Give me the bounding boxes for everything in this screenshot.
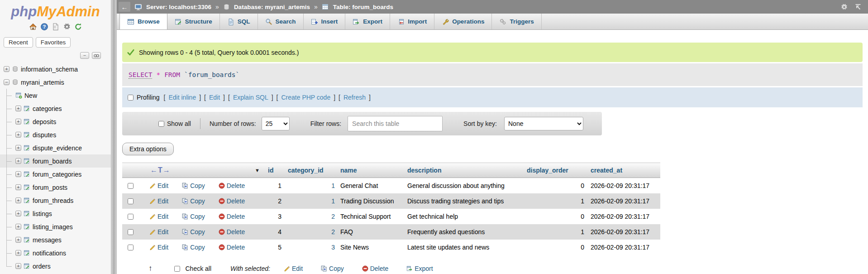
row-checkbox[interactable] xyxy=(128,198,134,204)
link-panel-icon[interactable] xyxy=(92,52,101,59)
sql-keyword-select[interactable]: SELECT xyxy=(129,71,152,79)
row-checkbox[interactable] xyxy=(128,214,134,220)
column-options-icon[interactable]: ▼ xyxy=(255,168,260,173)
edit-row-link[interactable]: Edit xyxy=(157,213,168,220)
expand-icon[interactable] xyxy=(15,158,21,164)
column-header-display-order[interactable]: display_order xyxy=(524,167,589,174)
tree-item-orders[interactable]: orders xyxy=(0,260,111,273)
cell-category-id[interactable]: 1 xyxy=(285,197,339,205)
tree-item-forum-threads[interactable]: forum_threads xyxy=(0,194,111,207)
delete-row-link[interactable]: Delete xyxy=(227,228,245,236)
tree-item-forum-boards[interactable]: forum_boards xyxy=(0,154,111,168)
explain-sql-link[interactable]: Explain SQL xyxy=(233,94,268,101)
tab-sql[interactable]: SQL xyxy=(220,14,258,29)
tab-triggers[interactable]: Triggers xyxy=(492,14,541,29)
favorites-tab[interactable]: Favorites xyxy=(36,37,71,48)
tree-item-information-schema[interactable]: information_schema xyxy=(0,62,111,76)
column-move-icon[interactable]: ←T→ xyxy=(150,166,171,174)
cell-category-id[interactable]: 3 xyxy=(285,244,339,251)
tree-item-listings[interactable]: listings xyxy=(0,207,111,220)
scroll-up-icon[interactable]: ↑ xyxy=(148,264,153,273)
tree-item-myrani-artemis[interactable]: myrani_artemis xyxy=(0,76,111,89)
show-all-label[interactable]: Show all xyxy=(167,120,191,127)
home-icon[interactable] xyxy=(29,23,37,31)
doc-icon[interactable] xyxy=(52,23,60,31)
tab-search[interactable]: Search xyxy=(258,14,304,29)
row-checkbox[interactable] xyxy=(128,183,134,189)
row-checkbox[interactable] xyxy=(128,245,134,250)
collapse-panel-icon[interactable] xyxy=(80,52,89,59)
sort-by-key-select[interactable]: None xyxy=(504,117,583,130)
tab-insert[interactable]: Insert xyxy=(304,14,346,29)
profiling-checkbox[interactable] xyxy=(128,95,134,101)
copy-row-link[interactable]: Copy xyxy=(190,244,205,251)
edit-row-link[interactable]: Edit xyxy=(157,197,168,205)
tab-browse[interactable]: Browse xyxy=(119,14,167,29)
copy-row-link[interactable]: Copy xyxy=(190,228,205,236)
row-checkbox[interactable] xyxy=(128,229,134,235)
number-of-rows-select[interactable]: 25 xyxy=(262,117,290,130)
recent-tab[interactable]: Recent xyxy=(4,37,33,48)
tab-structure[interactable]: Structure xyxy=(167,14,220,29)
expand-icon[interactable] xyxy=(15,132,21,138)
tree-item-categories[interactable]: categories xyxy=(0,102,111,115)
column-header-created-at[interactable]: created_at xyxy=(589,167,660,174)
tree-item-dispute-evidence[interactable]: dispute_evidence xyxy=(0,141,111,154)
delete-row-link[interactable]: Delete xyxy=(227,182,245,189)
help-icon[interactable]: ? xyxy=(40,23,48,31)
hide-navigation-button[interactable]: ← xyxy=(119,2,130,12)
page-settings-gear-icon[interactable] xyxy=(840,3,848,11)
phpmyadmin-logo[interactable]: phpMyAdmin xyxy=(0,0,111,20)
expand-icon[interactable] xyxy=(15,237,21,243)
cell-category-id[interactable]: 2 xyxy=(285,228,339,236)
expand-icon[interactable] xyxy=(15,263,21,269)
delete-row-link[interactable]: Delete xyxy=(227,197,245,205)
expand-icon[interactable] xyxy=(15,211,21,216)
delete-row-link[interactable]: Delete xyxy=(227,213,245,220)
breadcrumb-database[interactable]: Database: myrani_artemis xyxy=(234,4,310,10)
edit-link[interactable]: Edit xyxy=(209,94,220,101)
tree-item-forum-posts[interactable]: forum_posts xyxy=(0,181,111,194)
table-search-input[interactable] xyxy=(348,116,443,131)
edit-row-link[interactable]: Edit xyxy=(157,228,168,236)
sidebar-splitter[interactable] xyxy=(111,0,117,274)
with-selected-delete[interactable]: Delete xyxy=(362,265,388,272)
refresh-icon[interactable] xyxy=(74,23,82,31)
cell-category-id[interactable]: 1 xyxy=(285,182,339,189)
refresh-link[interactable]: Refresh xyxy=(343,94,366,101)
copy-row-link[interactable]: Copy xyxy=(190,213,205,220)
tree-item-new-table[interactable]: New xyxy=(0,89,111,102)
cell-category-id[interactable]: 2 xyxy=(285,213,339,220)
collapse-icon[interactable] xyxy=(4,79,10,85)
tree-item-disputes[interactable]: disputes xyxy=(0,128,111,141)
edit-inline-link[interactable]: Edit inline xyxy=(168,94,196,101)
edit-row-link[interactable]: Edit xyxy=(157,182,168,189)
tree-item-listing-images[interactable]: listing_images xyxy=(0,220,111,233)
column-header-id[interactable]: id xyxy=(265,167,285,174)
breadcrumb-server[interactable]: Server: localhost:3306 xyxy=(146,4,211,10)
collapse-topbar-icon[interactable] xyxy=(854,3,862,10)
check-all-checkbox[interactable] xyxy=(174,266,180,272)
expand-icon[interactable] xyxy=(15,171,21,177)
tab-import[interactable]: Import xyxy=(390,14,434,29)
tree-item-messages[interactable]: messages xyxy=(0,233,111,246)
expand-icon[interactable] xyxy=(15,184,21,190)
expand-icon[interactable] xyxy=(15,106,21,111)
column-header-name[interactable]: name xyxy=(339,167,405,174)
expand-icon[interactable] xyxy=(15,224,21,230)
tab-export[interactable]: Export xyxy=(345,14,390,29)
column-header-category-id[interactable]: category_id xyxy=(285,167,339,174)
gear-icon[interactable] xyxy=(63,23,71,31)
copy-row-link[interactable]: Copy xyxy=(190,182,205,189)
expand-icon[interactable] xyxy=(15,250,21,256)
extra-options-button[interactable]: Extra options xyxy=(122,143,174,155)
expand-icon[interactable] xyxy=(4,66,10,72)
expand-icon[interactable] xyxy=(15,145,21,151)
tree-item-notifications[interactable]: notifications xyxy=(0,246,111,260)
copy-row-link[interactable]: Copy xyxy=(190,197,205,205)
with-selected-export[interactable]: Export xyxy=(406,265,433,272)
edit-row-link[interactable]: Edit xyxy=(157,244,168,251)
column-header-description[interactable]: description xyxy=(405,167,524,174)
tab-operations[interactable]: Operations xyxy=(434,14,492,29)
expand-icon[interactable] xyxy=(15,197,21,203)
